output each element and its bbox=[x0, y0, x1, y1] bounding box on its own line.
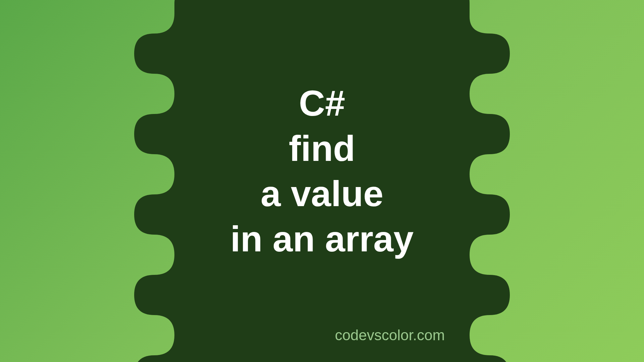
title-line-1: C# bbox=[230, 80, 414, 126]
watermark-text: codevscolor.com bbox=[335, 327, 445, 344]
title-line-3: a value bbox=[230, 171, 414, 216]
title-line-2: find bbox=[230, 126, 414, 171]
banner-container: C# find a value in an array codevscolor.… bbox=[0, 0, 644, 362]
title-text: C# find a value in an array bbox=[230, 80, 414, 261]
title-line-4: in an array bbox=[230, 216, 414, 261]
text-content: C# find a value in an array bbox=[0, 0, 644, 362]
